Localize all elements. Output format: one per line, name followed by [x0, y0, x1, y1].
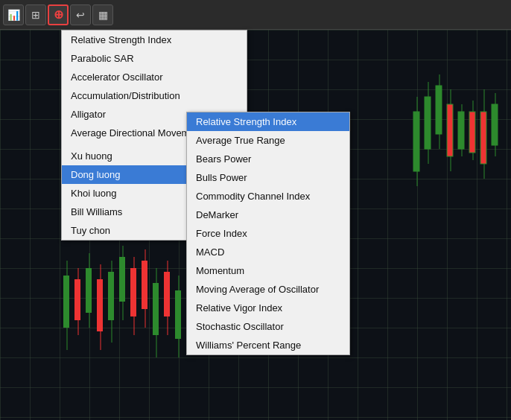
submenu-item-atr[interactable]: Average True Range — [187, 131, 349, 150]
submenu-item-bulls-label: Bulls Power — [196, 172, 247, 183]
submenu-dongluong: Relative Strength Index Average True Ran… — [186, 112, 350, 355]
menu-item-accumulation[interactable]: Accumulation/Distribution — [62, 86, 247, 105]
svg-rect-29 — [130, 268, 136, 316]
toolbar-btn-2[interactable]: ⊞ — [25, 4, 46, 25]
svg-rect-21 — [86, 268, 92, 313]
submenu-item-forceindex[interactable]: Force Index — [187, 224, 349, 243]
svg-rect-5 — [436, 86, 442, 134]
svg-rect-11 — [469, 112, 475, 153]
submenu-item-cci-label: Commodity Channel Index — [196, 191, 310, 202]
menu-item-xuhuong-label: Xu huong — [71, 150, 112, 162]
add-indicator-button[interactable]: ⊕ — [48, 4, 69, 25]
submenu-item-cci[interactable]: Commodity Channel Index — [187, 187, 349, 206]
submenu-item-bulls[interactable]: Bulls Power — [187, 168, 349, 187]
submenu-item-stochastic-label: Stochastic Oscillator — [196, 321, 284, 332]
menu-item-alligator-label: Alligator — [71, 109, 106, 120]
submenu-item-rsi-label: Relative Strength Index — [196, 116, 296, 127]
svg-rect-23 — [97, 279, 103, 331]
svg-rect-25 — [108, 272, 114, 320]
toolbar-btn-4[interactable]: ↩ — [70, 4, 91, 25]
svg-rect-37 — [175, 290, 181, 339]
toolbar-btn-1[interactable]: 📊 — [3, 4, 24, 25]
submenu-item-rvi[interactable]: Relative Vigor Index — [187, 299, 349, 317]
menu-item-rsi-label: Relative Strength Index — [71, 34, 171, 45]
svg-rect-9 — [458, 112, 464, 149]
submenu-item-atr-label: Average True Range — [196, 135, 285, 146]
toolbar: 📊 ⊞ ⊕ ↩ ▦ — [0, 0, 511, 30]
submenu-item-rvi-label: Relative Vigor Index — [196, 302, 282, 314]
svg-rect-7 — [447, 104, 453, 156]
svg-rect-19 — [74, 279, 80, 320]
svg-rect-3 — [425, 97, 431, 149]
svg-rect-35 — [164, 272, 170, 316]
svg-rect-31 — [142, 261, 147, 309]
menu-item-tuychon-label: Tuy chon — [71, 225, 110, 236]
menu-item-parabolic[interactable]: Parabolic SAR — [62, 49, 247, 68]
submenu-item-demarker[interactable]: DeMarker — [187, 206, 349, 224]
submenu-item-mao-label: Moving Average of Oscillator — [196, 284, 319, 295]
submenu-item-rsi[interactable]: Relative Strength Index — [187, 112, 349, 131]
submenu-item-momentum[interactable]: Momentum — [187, 261, 349, 280]
submenu-item-bears-label: Bears Power — [196, 153, 251, 165]
submenu-item-wpr-label: Williams' Percent Range — [196, 340, 301, 351]
submenu-item-demarker-label: DeMarker — [196, 209, 238, 220]
svg-rect-33 — [153, 283, 159, 335]
toolbar-btn-5[interactable]: ▦ — [92, 4, 113, 25]
submenu-item-macd[interactable]: MACD — [187, 243, 349, 261]
menu-item-parabolic-label: Parabolic SAR — [71, 53, 134, 64]
add-indicator-icon: ⊕ — [54, 7, 63, 22]
menu-item-dongluong-label: Dong luong — [71, 169, 121, 180]
submenu-item-macd-label: MACD — [196, 246, 224, 258]
menu-item-billwilliams-label: Bill Williams — [71, 206, 122, 217]
menu-item-accelerator-label: Accelerator Oscillator — [71, 71, 163, 83]
menu-item-accelerator[interactable]: Accelerator Oscillator — [62, 68, 247, 86]
svg-rect-27 — [119, 257, 125, 302]
zoom-in-icon: ⊞ — [31, 9, 40, 21]
menu-item-rsi[interactable]: Relative Strength Index — [62, 31, 247, 49]
submenu-item-wpr[interactable]: Williams' Percent Range — [187, 336, 349, 354]
submenu-item-momentum-label: Momentum — [196, 265, 244, 276]
undo-icon: ↩ — [76, 9, 85, 21]
submenu-item-bears[interactable]: Bears Power — [187, 150, 349, 168]
templates-icon: ▦ — [98, 9, 108, 21]
svg-rect-1 — [413, 112, 419, 171]
submenu-item-mao[interactable]: Moving Average of Oscillator — [187, 280, 349, 299]
chart-icon: 📊 — [7, 9, 20, 21]
menu-item-accumulation-label: Accumulation/Distribution — [71, 90, 180, 101]
svg-rect-13 — [480, 112, 486, 164]
svg-rect-15 — [492, 104, 498, 145]
submenu-item-forceindex-label: Force Index — [196, 228, 247, 239]
svg-rect-17 — [63, 276, 69, 328]
menu-item-khoiluong-label: Khoi luong — [71, 188, 116, 199]
submenu-item-stochastic[interactable]: Stochastic Oscillator — [187, 317, 349, 336]
